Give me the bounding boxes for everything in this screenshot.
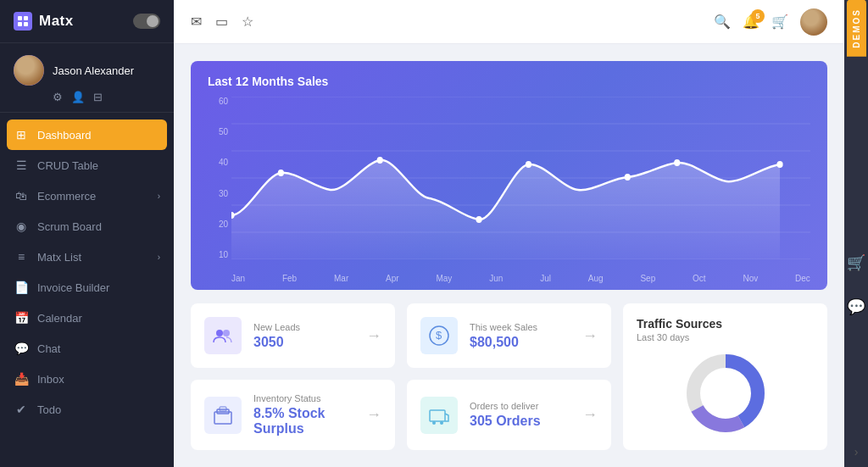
sidebar-item-chat[interactable]: 💬 Chat — [0, 333, 174, 364]
y-label-50: 50 — [208, 127, 228, 136]
cart-icon[interactable]: 🛒 — [771, 14, 788, 30]
svg-point-18 — [776, 161, 782, 168]
sidebar-item-todo[interactable]: ✔ Todo — [0, 394, 174, 425]
traffic-card: Traffic Sources Last 30 days — [623, 303, 827, 450]
nav-label-calendar: Calendar — [37, 312, 82, 325]
sidebar-item-scrum-board[interactable]: ◉ Scrum Board — [0, 211, 174, 242]
leads-content: New Leads 3050 — [253, 322, 354, 350]
y-label-40: 40 — [208, 158, 228, 167]
orders-icon-wrapper — [420, 397, 458, 434]
svg-point-30 — [432, 421, 436, 425]
inbox-icon: 📥 — [14, 372, 29, 386]
user-name: Jason Alexander — [53, 64, 134, 77]
svg-point-31 — [440, 421, 443, 425]
menu-icon: ≡ — [14, 250, 29, 264]
orders-icon — [427, 403, 451, 427]
calendar-icon: 📅 — [14, 311, 29, 325]
svg-point-14 — [476, 216, 481, 223]
traffic-subtitle: Last 30 days — [637, 332, 814, 342]
nav-list: ⊞ Dashboard ☰ CRUD Table 🛍 Ecommerce › ◉… — [0, 113, 174, 467]
x-label-nov: Nov — [743, 274, 758, 283]
main-content: ✉ ▭ ☆ 🔍 🔔 5 🛒 Last 12 Months Sales — [174, 0, 844, 467]
logo-area: Matx — [14, 12, 74, 31]
chevron-right-side-icon[interactable]: › — [854, 445, 859, 459]
sidebar-item-dashboard[interactable]: ⊞ Dashboard — [7, 120, 167, 150]
inventory-content: Inventory Status 8.5% Stock Surplus — [253, 393, 354, 436]
sidebar-item-crud-table[interactable]: ☰ CRUD Table — [0, 150, 174, 181]
stat-card-new-leads: New Leads 3050 → — [191, 303, 395, 368]
sidebar-item-matx-list[interactable]: ≡ Matx List › — [0, 242, 174, 272]
y-label-60: 60 — [208, 97, 228, 106]
cart-side-icon[interactable]: 🛒 — [847, 253, 865, 272]
sales-content: This week Sales $80,500 — [470, 322, 570, 350]
exit-icon[interactable]: ⊟ — [93, 91, 103, 103]
y-label-10: 10 — [208, 250, 228, 259]
orders-content: Orders to deliver 305 Orders — [470, 401, 570, 429]
chat-icon: 💬 — [14, 342, 29, 355]
y-label-20: 20 — [208, 220, 228, 229]
svg-point-16 — [625, 174, 631, 181]
content-area: Last 12 Months Sales — [174, 44, 844, 467]
svg-point-15 — [526, 161, 531, 168]
svg-rect-1 — [24, 16, 28, 20]
nav-label-matx-list: Matx List — [37, 251, 81, 264]
x-label-dec: Dec — [795, 274, 810, 283]
sidebar-item-inbox[interactable]: 📥 Inbox — [0, 364, 174, 394]
nav-label-chat: Chat — [37, 342, 60, 355]
nav-label-ecommerce: Ecommerce — [37, 190, 96, 203]
person-icon[interactable]: 👤 — [71, 91, 85, 103]
notification-badge: 5 — [751, 9, 765, 23]
x-label-jan: Jan — [231, 274, 245, 283]
board-icon: ◉ — [14, 220, 29, 233]
search-icon[interactable]: 🔍 — [714, 14, 731, 30]
svg-rect-0 — [18, 16, 22, 20]
orders-value: 305 Orders — [470, 414, 570, 429]
chevron-right-icon: › — [158, 192, 160, 201]
demos-label[interactable]: DEMOS — [847, 0, 866, 57]
notification-wrapper[interactable]: 🔔 5 — [743, 14, 760, 30]
x-label-sep: Sep — [640, 274, 655, 283]
nav-label-dashboard: Dashboard — [37, 129, 92, 142]
avatar-img — [14, 55, 44, 86]
browser-icon[interactable]: ▭ — [215, 14, 228, 30]
sidebar-item-invoice-builder[interactable]: 📄 Invoice Builder — [0, 272, 174, 303]
inventory-arrow-icon[interactable]: → — [366, 406, 381, 424]
leads-arrow-icon[interactable]: → — [366, 327, 381, 345]
stat-card-inventory: Inventory Status 8.5% Stock Surplus → — [191, 380, 395, 450]
theme-toggle[interactable] — [133, 14, 160, 29]
sidebar-item-ecommerce[interactable]: 🛍 Ecommerce › — [0, 181, 174, 211]
donut-chart — [637, 351, 814, 436]
leads-label: New Leads — [253, 322, 354, 332]
x-label-jul: Jul — [540, 274, 551, 283]
svg-point-17 — [674, 159, 680, 166]
sidebar-item-calendar[interactable]: 📅 Calendar — [0, 303, 174, 333]
todo-icon: ✔ — [14, 403, 29, 416]
nav-label-crud-table: CRUD Table — [37, 159, 98, 172]
topbar-avatar[interactable] — [800, 8, 827, 36]
chart-card: Last 12 Months Sales — [191, 61, 827, 290]
x-label-apr: Apr — [386, 274, 399, 283]
mail-icon[interactable]: ✉ — [191, 14, 202, 30]
sidebar: Matx Jason Alexander ⚙ 👤 ⊟ ⊞ Dashboard ☰… — [0, 0, 174, 467]
svg-text:$: $ — [436, 329, 442, 342]
sales-label: This week Sales — [470, 322, 570, 332]
x-axis: Jan Feb Mar Apr May Jun Jul Aug Sep Oct … — [231, 274, 810, 283]
bag-icon: 🛍 — [14, 189, 29, 203]
list-icon: ☰ — [14, 158, 29, 172]
x-label-mar: Mar — [334, 274, 348, 283]
star-icon[interactable]: ☆ — [242, 14, 253, 30]
demos-panel: DEMOS 🛒 💬 › — [844, 0, 868, 467]
svg-rect-29 — [430, 410, 445, 421]
stat-card-orders: Orders to deliver 305 Orders → — [407, 380, 611, 450]
topbar-right-icons: 🔍 🔔 5 🛒 — [714, 8, 827, 36]
nav-label-invoice-builder: Invoice Builder — [37, 281, 109, 294]
chat-side-icon[interactable]: 💬 — [847, 297, 865, 316]
settings-icon[interactable]: ⚙ — [53, 91, 63, 103]
logo-icon — [14, 12, 32, 31]
svg-point-13 — [377, 157, 383, 164]
sales-arrow-icon[interactable]: → — [582, 327, 598, 345]
svg-point-12 — [278, 170, 284, 176]
inventory-icon-wrapper — [204, 397, 242, 434]
chevron-right-icon-2: › — [158, 253, 160, 262]
orders-arrow-icon[interactable]: → — [582, 406, 598, 424]
